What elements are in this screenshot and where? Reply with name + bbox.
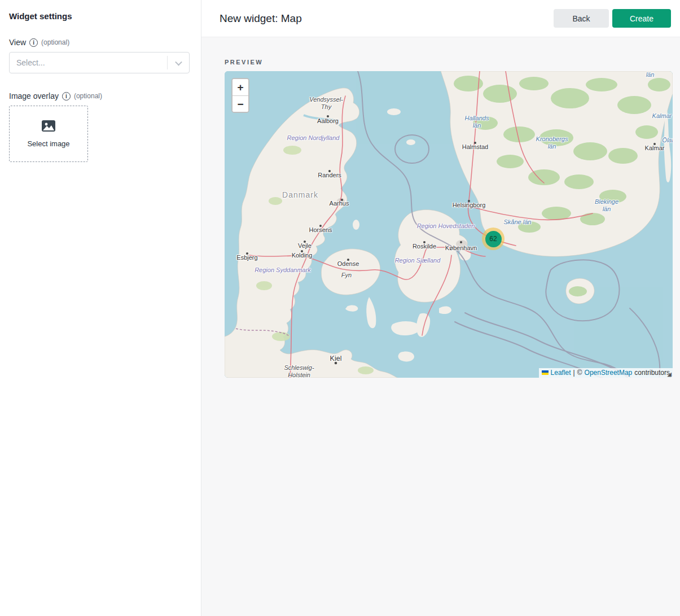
main-area: New widget: Map Back Create PREVIEW [201, 0, 680, 616]
ukraine-flag-icon [542, 370, 549, 375]
zoom-out-button[interactable]: − [232, 95, 248, 112]
attribution-suffix: contributors [634, 369, 670, 377]
sidebar-title: Widget settings [9, 11, 192, 21]
view-field-label: View [9, 38, 26, 47]
map-attribution: Leaflet | © OpenStreetMap contributors [539, 368, 673, 378]
select-image-dropzone[interactable]: Select image [9, 106, 88, 162]
view-select[interactable]: Select... [9, 52, 190, 73]
image-overlay-optional-label: (optional) [74, 92, 102, 100]
attribution-copyright: © [577, 369, 582, 377]
zoom-in-button[interactable]: + [232, 79, 248, 95]
info-icon[interactable]: i [29, 38, 38, 47]
zoom-control: + − [231, 78, 249, 113]
map-preview[interactable]: länVendsyssel- ThyKalmarAalborgHallands … [225, 71, 673, 378]
widget-settings-sidebar: Widget settings View i (optional) Select… [0, 0, 201, 616]
app-window: Widget settings View i (optional) Select… [0, 0, 680, 616]
cluster-marker[interactable]: 62 [482, 228, 504, 250]
header-bar: New widget: Map Back Create [201, 0, 680, 37]
view-select-placeholder: Select... [10, 58, 167, 67]
info-icon[interactable]: i [62, 92, 71, 101]
openstreetmap-link[interactable]: OpenStreetMap [585, 369, 633, 377]
image-icon [41, 120, 56, 134]
back-button[interactable]: Back [554, 9, 609, 28]
create-button[interactable]: Create [612, 9, 671, 28]
page-title: New widget: Map [220, 12, 554, 25]
preview-section-label: PREVIEW [225, 59, 673, 65]
cluster-count: 62 [485, 231, 502, 247]
image-overlay-label-row: Image overlay i (optional) [9, 91, 192, 101]
image-overlay-label: Image overlay [9, 91, 59, 101]
select-image-label: Select image [27, 139, 69, 148]
resize-handle-icon: ◢ [667, 371, 672, 377]
chevron-down-icon[interactable] [168, 53, 189, 73]
attribution-separator: | [573, 369, 575, 377]
map-tiles [225, 71, 673, 378]
leaflet-link[interactable]: Leaflet [551, 369, 571, 377]
content-area: PREVIEW [201, 37, 680, 378]
view-optional-label: (optional) [41, 38, 69, 46]
view-field-label-row: View i (optional) [9, 38, 192, 47]
